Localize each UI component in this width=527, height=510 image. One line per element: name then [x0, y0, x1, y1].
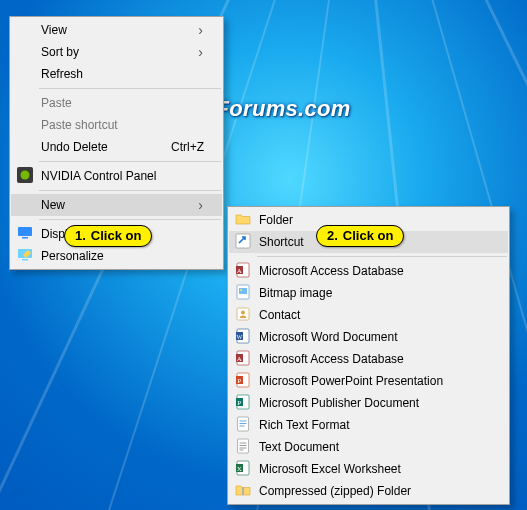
menu-item-refresh[interactable]: Refresh	[11, 63, 222, 85]
menu-item-label: Personalize	[41, 249, 204, 263]
callout-text: Click on	[343, 228, 394, 243]
menu-separator	[39, 88, 221, 89]
excel-icon: X	[235, 460, 251, 476]
submenu-item-access-database-2[interactable]: A Microsoft Access Database	[229, 348, 508, 370]
submenu-item-access-database[interactable]: A Microsoft Access Database	[229, 260, 508, 282]
rtf-icon	[235, 416, 251, 432]
submenu-item-publisher-document[interactable]: P Microsoft Publisher Document	[229, 392, 508, 414]
menu-item-nvidia-control-panel[interactable]: NVIDIA Control Panel	[11, 165, 222, 187]
nvidia-icon	[17, 167, 33, 183]
callout-step-1: 1. Click on	[64, 225, 152, 247]
submenu-item-label: Microsoft Publisher Document	[259, 396, 490, 410]
submenu-item-label: Text Document	[259, 440, 490, 454]
svg-point-14	[241, 311, 245, 315]
access-icon: A	[235, 350, 251, 366]
menu-separator	[39, 219, 221, 220]
svg-rect-6	[236, 234, 250, 248]
menu-item-new[interactable]: New ›	[11, 194, 222, 216]
menu-item-label: Paste	[41, 96, 204, 110]
callout-text: Click on	[91, 228, 142, 243]
submenu-item-label: Microsoft Access Database	[259, 264, 490, 278]
powerpoint-icon: P	[235, 372, 251, 388]
submenu-item-text-document[interactable]: Text Document	[229, 436, 508, 458]
svg-rect-2	[18, 227, 32, 236]
menu-item-personalize[interactable]: Personalize	[11, 245, 222, 267]
submenu-item-powerpoint-presentation[interactable]: P Microsoft PowerPoint Presentation	[229, 370, 508, 392]
menu-item-label: Undo Delete	[41, 140, 151, 154]
callout-number: 1.	[75, 228, 86, 243]
svg-text:P: P	[237, 399, 241, 407]
svg-rect-11	[239, 288, 247, 294]
word-icon: W	[235, 328, 251, 344]
svg-text:A: A	[237, 267, 242, 275]
menu-item-view[interactable]: View ›	[11, 19, 222, 41]
chevron-right-icon: ›	[198, 22, 204, 38]
menu-item-label: View	[41, 23, 198, 37]
bitmap-icon	[235, 284, 251, 300]
menu-separator	[39, 161, 221, 162]
menu-item-label: Paste shortcut	[41, 118, 204, 132]
new-submenu: Folder Shortcut A Microsoft Access Datab…	[227, 206, 510, 505]
submenu-item-label: Bitmap image	[259, 286, 490, 300]
svg-rect-3	[22, 237, 28, 239]
keyboard-shortcut: Ctrl+Z	[171, 140, 204, 154]
svg-text:P: P	[237, 377, 241, 385]
menu-item-label: New	[41, 198, 198, 212]
submenu-item-label: Contact	[259, 308, 490, 322]
menu-item-paste-shortcut: Paste shortcut	[11, 114, 222, 136]
access-icon: A	[235, 262, 251, 278]
submenu-item-word-document[interactable]: W Microsoft Word Document	[229, 326, 508, 348]
menu-separator	[39, 190, 221, 191]
personalize-icon	[17, 247, 33, 263]
menu-item-sort-by[interactable]: Sort by ›	[11, 41, 222, 63]
contact-icon	[235, 306, 251, 322]
publisher-icon: P	[235, 394, 251, 410]
submenu-item-label: Rich Text Format	[259, 418, 490, 432]
callout-step-2: 2. Click on	[316, 225, 404, 247]
chevron-right-icon: ›	[198, 197, 204, 213]
menu-item-label: Refresh	[41, 67, 204, 81]
chevron-right-icon: ›	[198, 44, 204, 60]
svg-text:A: A	[237, 355, 242, 363]
menu-separator	[257, 256, 507, 257]
submenu-item-label: Microsoft PowerPoint Presentation	[259, 374, 490, 388]
menu-item-label: NVIDIA Control Panel	[41, 169, 204, 183]
text-document-icon	[235, 438, 251, 454]
svg-point-12	[240, 289, 242, 291]
display-settings-icon	[17, 225, 33, 241]
submenu-item-label: Microsoft Access Database	[259, 352, 490, 366]
submenu-item-label: Microsoft Excel Worksheet	[259, 462, 490, 476]
submenu-item-rich-text-format[interactable]: Rich Text Format	[229, 414, 508, 436]
menu-item-paste: Paste	[11, 92, 222, 114]
submenu-item-excel-worksheet[interactable]: X Microsoft Excel Worksheet	[229, 458, 508, 480]
folder-icon	[235, 211, 251, 227]
zip-folder-icon	[235, 482, 251, 498]
svg-rect-5	[22, 259, 28, 261]
callout-number: 2.	[327, 228, 338, 243]
menu-item-label: Sort by	[41, 45, 198, 59]
submenu-item-bitmap-image[interactable]: Bitmap image	[229, 282, 508, 304]
svg-text:W: W	[236, 333, 242, 340]
submenu-item-label: Microsoft Word Document	[259, 330, 490, 344]
svg-point-1	[21, 171, 30, 180]
shortcut-icon	[235, 233, 251, 249]
submenu-item-label: Compressed (zipped) Folder	[259, 484, 490, 498]
submenu-item-compressed-folder[interactable]: Compressed (zipped) Folder	[229, 480, 508, 502]
menu-item-undo-delete[interactable]: Undo Delete Ctrl+Z	[11, 136, 222, 158]
submenu-item-contact[interactable]: Contact	[229, 304, 508, 326]
svg-text:X: X	[237, 465, 242, 473]
